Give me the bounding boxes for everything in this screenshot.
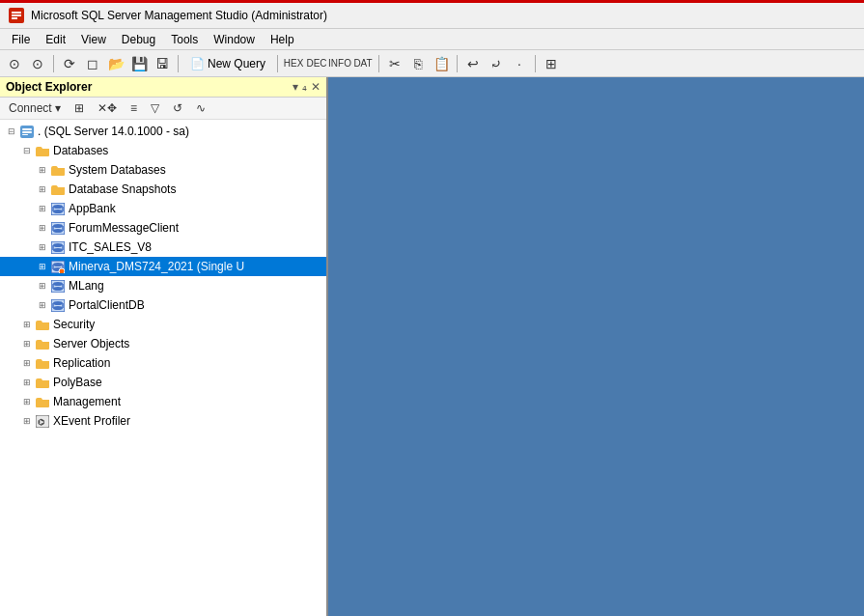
oe-filter-btn[interactable]: ✕✥ [93,99,122,117]
toolbar-grid-btn[interactable]: ⊞ [541,53,562,74]
tree-itcsales-node[interactable]: ⊞ ITC_SALES_V8 [0,238,326,257]
server-expand-icon[interactable]: ⊟ [4,124,19,139]
portalclient-db-icon [50,297,66,313]
toolbar-sep-4 [378,55,379,72]
toolbar-undo-btn[interactable]: ↩ [462,53,484,74]
new-query-label: New Query [208,57,265,70]
toolbar-save2-btn[interactable]: 🖫 [152,53,173,74]
tree-server-objects-node[interactable]: ⊞ Server Objects [0,334,326,353]
svg-point-14 [53,224,63,228]
toolbar-paste-btn[interactable]: 📋 [431,53,452,74]
system-databases-folder-icon [50,162,66,178]
toolbar-forward-btn[interactable]: ⊙ [27,53,48,74]
minerva-label: Minerva_DMS724_2021 (Single U [69,260,322,273]
tree-xevent-node[interactable]: ⊞ ⌬ XEvent Profiler [0,411,326,431]
tree-minerva-node[interactable]: ⊞ Minerva_DMS724_2021 (Single U [0,257,326,276]
menu-tools[interactable]: Tools [163,31,206,48]
svg-rect-7 [22,134,28,135]
svg-point-9 [53,205,63,209]
svg-rect-6 [22,131,32,133]
oe-pin-icon[interactable]: ▾ [293,80,298,94]
toolbar-cut-btn[interactable]: ✂ [384,53,405,74]
tree-replication-node[interactable]: ⊞ Replication [0,353,326,373]
xevent-expand-icon[interactable]: ⊞ [19,413,35,429]
oe-refresh-btn[interactable]: ↺ [168,99,187,117]
polybase-expand-icon[interactable]: ⊞ [19,375,35,390]
tree-polybase-node[interactable]: ⊞ PolyBase [0,373,326,392]
tree-portalclient-node[interactable]: ⊞ PortalClientDB [0,295,326,315]
title-bar: Microsoft SQL Server Management Studio (… [0,0,864,29]
itcsales-expand-icon[interactable]: ⊞ [35,239,50,255]
security-expand-icon[interactable]: ⊞ [19,317,35,332]
toolbar-open-btn[interactable]: 📂 [105,53,126,74]
oe-activity-btn[interactable]: ∿ [191,99,210,117]
tree-db-snapshots-node[interactable]: ⊞ Database Snapshots [0,180,326,199]
server-objects-folder-icon [35,336,50,351]
portalclient-label: PortalClientDB [69,298,322,312]
menu-view[interactable]: View [73,31,114,48]
server-node-label: . (SQL Server 14.0.1000 - sa) [38,125,322,138]
db-snapshots-expand-icon[interactable]: ⊞ [35,182,50,197]
new-query-btn[interactable]: 📄 New Query [183,54,272,73]
tree-databases-node[interactable]: ⊟ Databases [0,141,326,160]
tree-server-node[interactable]: ⊟ . (SQL Server 14.0.1000 - sa) [0,122,326,141]
toolbar-redo-btn[interactable]: · [509,53,530,74]
tree-system-databases-node[interactable]: ⊞ System Databases [0,160,326,180]
menu-file[interactable]: File [4,31,38,48]
appbank-label: AppBank [69,202,322,215]
forummessage-expand-icon[interactable]: ⊞ [35,220,50,236]
svg-point-17 [53,229,63,233]
menu-help[interactable]: Help [263,31,302,48]
svg-point-19 [53,243,63,247]
object-explorer-panel: Object Explorer ▾ ₄ ✕ Connect ▾ ⊞ ✕✥ ≡ ▽… [0,77,328,616]
toolbar-copy-btn[interactable]: ⎘ [407,53,429,74]
menu-debug[interactable]: Debug [114,31,163,48]
appbank-expand-icon[interactable]: ⊞ [35,201,50,216]
oe-header: Object Explorer ▾ ₄ ✕ [0,77,326,98]
tree-management-node[interactable]: ⊞ Management [0,392,326,411]
oe-filter2-btn[interactable]: ▽ [146,99,164,117]
minerva-db-icon [50,259,66,274]
toolbar-stop-btn[interactable]: ◻ [82,53,103,74]
oe-connect-btn[interactable]: Connect ▾ [4,99,66,117]
oe-close-icon[interactable]: ✕ [311,80,321,94]
toolbar-back-btn[interactable]: ⊙ [4,53,25,74]
mlang-expand-icon[interactable]: ⊞ [35,278,50,294]
toolbar-refresh-btn[interactable]: ⟳ [59,53,80,74]
toolbar-dec-btn[interactable]: DEC [306,53,327,74]
right-panel [328,77,864,616]
tree-mlang-node[interactable]: ⊞ MLang [0,276,326,295]
tree-security-node[interactable]: ⊞ Security [0,315,326,334]
system-databases-expand-icon[interactable]: ⊞ [35,162,50,178]
tree-forummessage-node[interactable]: ⊞ ForumMessageClient [0,218,326,238]
databases-folder-icon [35,143,50,158]
tree-appbank-node[interactable]: ⊞ AppBank [0,199,326,218]
toolbar-hex-btn[interactable]: HEX [283,53,304,74]
toolbar-save-btn[interactable]: 💾 [128,53,150,74]
toolbar-undo2-btn[interactable]: ⤾ [486,53,507,74]
replication-expand-icon[interactable]: ⊞ [19,355,35,371]
server-objects-expand-icon[interactable]: ⊞ [19,336,35,351]
xevent-icon: ⌬ [35,413,50,429]
main-toolbar: ⊙ ⊙ ⟳ ◻ 📂 💾 🖫 📄 New Query HEX DEC INFO D… [0,50,864,77]
management-expand-icon[interactable]: ⊞ [19,394,35,409]
toolbar-dat-btn[interactable]: DAT [352,53,374,74]
oe-collapse-btn[interactable]: ≡ [125,99,142,117]
menu-edit[interactable]: Edit [38,31,73,48]
new-query-icon: 📄 [190,57,205,70]
svg-point-33 [53,287,63,291]
menu-window[interactable]: Window [206,31,263,48]
toolbar-info-btn[interactable]: INFO [329,53,350,74]
portalclient-expand-icon[interactable]: ⊞ [35,297,50,313]
system-databases-label: System Databases [69,163,322,177]
databases-expand-icon[interactable]: ⊟ [19,143,35,158]
oe-new-btn[interactable]: ⊞ [70,99,89,117]
menu-bar: File Edit View Debug Tools Window Help [0,29,864,50]
xevent-label: XEvent Profiler [53,414,322,428]
toolbar-sep-6 [535,55,536,72]
minerva-expand-icon[interactable]: ⊞ [35,259,50,274]
toolbar-sep-2 [178,55,179,72]
title-bar-text: Microsoft SQL Server Management Studio (… [31,9,327,22]
oe-unpin-icon[interactable]: ₄ [302,80,307,94]
toolbar-sep-5 [457,55,458,72]
